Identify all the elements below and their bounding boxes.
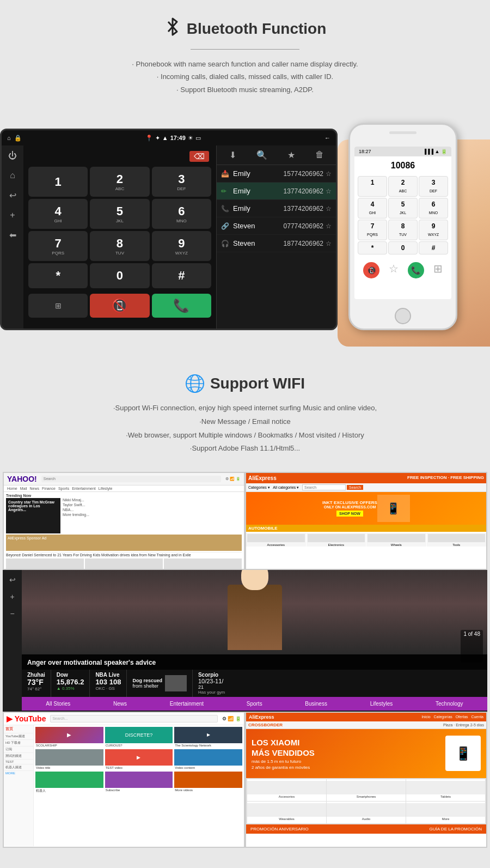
ali-search-input[interactable] <box>302 484 346 490</box>
ali-search-button[interactable]: Search <box>347 485 363 490</box>
ali-shop-button[interactable]: SHOP NOW <box>336 511 363 517</box>
dial-7[interactable]: 7PQRS <box>28 231 88 261</box>
location-icon: 📍 <box>145 135 153 142</box>
ali-products-grid: Accesorios Smartphones Tablets Wearables… <box>246 778 486 824</box>
voldn-video-icon[interactable]: − <box>10 609 14 618</box>
home-nav-icon[interactable]: ⌂ <box>10 171 15 180</box>
contact-icon-4: 🔗 <box>221 222 230 230</box>
back-video-icon[interactable]: ↩ <box>9 575 16 584</box>
volup-video-icon[interactable]: + <box>10 592 14 601</box>
ali-product-2[interactable]: Smartphones <box>327 779 406 801</box>
wifi-logo-icon <box>185 374 205 393</box>
center-news-video: ↩ + − <box>3 570 487 712</box>
yt-video-1[interactable]: ▶ SCOLARSHIP <box>35 727 103 748</box>
dial-0[interactable]: 0 <box>90 263 149 288</box>
yahoo-logo: YAHOO! <box>7 475 37 483</box>
contact-icon-3: 📞 <box>221 205 230 213</box>
dialpad-area: ⌫ 1 2ABC 3DEF 4GHI 5JKL 6MNO 7PQRS 8TUV … <box>23 145 216 329</box>
yt-sidebar: 首页 YouTube频道 HD 下载者 订阅 测试的频道 TEST 机器人频道 … <box>4 725 34 846</box>
dial-2[interactable]: 2ABC <box>90 167 149 197</box>
dial-3[interactable]: 3DEF <box>152 167 211 197</box>
yt-video-3[interactable]: ▶ The Scientology Network <box>174 727 242 748</box>
phone-call-bar: 📵 ☆ 📞 ⊞ <box>354 258 451 283</box>
yt-video-6[interactable]: Video content <box>174 749 242 770</box>
end-call-button[interactable]: 📵 <box>90 294 149 318</box>
phone-ui-body: ⏻ ⌂ ↩ + ⬅ ⌫ 1 2ABC 3DEF 4GHI 5JKL 6MNO <box>2 145 336 329</box>
ali-header-top: AliExpress FREE INSPECTION · FREE SHIPPI… <box>246 473 486 483</box>
yt-video-8[interactable]: Subscribe <box>105 772 173 794</box>
cat-all[interactable]: All Stories <box>44 700 72 708</box>
contact-icon-1: 📥 <box>221 170 230 178</box>
vol-icon[interactable]: + <box>10 210 15 220</box>
dial-5[interactable]: 5JKL <box>90 199 149 229</box>
dial-hash[interactable]: # <box>152 263 211 288</box>
car-unit-screen: ⌂ 🔒 📍 ✦ ▲ 17:49 ☀ ▭ ← ⏻ ⌂ ↩ + <box>0 129 338 330</box>
dial-1[interactable]: 1 <box>28 167 88 197</box>
contact-icon-5: 🎧 <box>221 240 230 247</box>
dial-star[interactable]: * <box>28 263 88 288</box>
bluetooth-header: Bluetooth Function <box>11 16 479 41</box>
power-icon[interactable]: ⏻ <box>8 151 17 161</box>
backspace-button[interactable]: ⌫ <box>189 151 209 162</box>
dial-9[interactable]: 9WXYZ <box>152 231 211 261</box>
cat-entertainment[interactable]: Entertainment <box>168 700 206 708</box>
yt-video-4[interactable]: Video title <box>35 749 103 770</box>
phone-sidebar: ⏻ ⌂ ↩ + ⬅ <box>2 145 23 329</box>
yt-video-2[interactable]: DISCRETE? CURIOUS? <box>105 727 173 748</box>
cat-sports[interactable]: Sports <box>244 700 265 708</box>
wifi-icon: ▲ <box>162 135 168 141</box>
dialpad-display: ⌫ <box>26 148 213 165</box>
wifi-header: Support WIFI <box>11 374 479 393</box>
mic-icon[interactable]: ⬅ <box>9 230 16 240</box>
ali-product-3[interactable]: Tablets <box>406 779 485 801</box>
mini-end-call: 📵 <box>363 262 379 278</box>
ali-main-banner: LOS XIAOMI MÁS VENDIDOS más de 1.5 m en … <box>246 729 486 778</box>
bottom-screenshots-row: ▶ YouTube Search... ⚙ 📶 🔋 首页 YouTube频道 H… <box>3 712 487 848</box>
back-nav-icon[interactable]: ↩ <box>9 190 16 201</box>
cat-technology[interactable]: Technology <box>433 700 465 708</box>
bt-icon: ✦ <box>155 135 160 142</box>
bluetooth-title: Bluetooth Function <box>187 20 327 38</box>
ali-banner-top: INKT EXCLUSIVE OFFERS ONLY ON ALIEXPRESS… <box>246 492 486 525</box>
bluetooth-divider <box>191 49 299 50</box>
video-sidebar-icons: ↩ + − <box>3 570 22 712</box>
yt-header: ▶ YouTube Search... ⚙ 📶 🔋 <box>4 713 244 725</box>
brightness-icon: ☀ <box>188 135 193 142</box>
ali-product-6[interactable]: More <box>406 802 485 823</box>
dial-6[interactable]: 6MNO <box>152 199 211 229</box>
cat-business[interactable]: Business <box>303 700 329 708</box>
yt-video-5[interactable]: ▶ TEST video <box>105 749 173 770</box>
download-icon[interactable]: ⬇ <box>229 150 236 160</box>
ali-product-5[interactable]: Audio <box>327 802 406 823</box>
ali-product-4[interactable]: Wearables <box>247 802 326 823</box>
car-unit-demo: ⌂ 🔒 📍 ✦ ▲ 17:49 ☀ ▭ ← ⏻ ⌂ ↩ + <box>0 118 490 347</box>
home-icon: ⌂ <box>7 135 11 141</box>
status-center: 📍 ✦ ▲ 17:49 ☀ ▭ <box>145 135 201 142</box>
wifi-section: Support WIFI ·Support Wi-Fi connection, … <box>0 357 490 466</box>
status-time: 17:49 <box>170 135 186 141</box>
cat-lifestyles[interactable]: Lifestyles <box>368 700 395 708</box>
youtube-screenshot: ▶ YouTube Search... ⚙ 📶 🔋 首页 YouTube频道 H… <box>3 712 245 848</box>
yt-video-9[interactable]: More videos <box>174 772 242 794</box>
dialpad-grid: 1 2ABC 3DEF 4GHI 5JKL 6MNO 7PQRS 8TUV 9W… <box>26 165 213 290</box>
ticker-bar: Zhuhai 73°F 74° 62° Dow 15,876.2 ▲ 0.35%… <box>22 670 487 697</box>
wifi-description: ·Support Wi-Fi connection, enjoy high sp… <box>11 402 479 456</box>
yt-logo: ▶ YouTube <box>7 714 46 723</box>
status-bar: ⌂ 🔒 📍 ✦ ▲ 17:49 ☀ ▭ ← <box>2 130 336 145</box>
phone-screen-mini: 18:27 ▐▐▐ ▲ 🔋 10086 12ABC3DEF 4GHI5JKL6M… <box>354 147 451 299</box>
icon-a: ⊞ <box>28 294 88 318</box>
ali-product-1[interactable]: Accesorios <box>247 779 326 801</box>
dial-4[interactable]: 4GHI <box>28 199 88 229</box>
search-contacts-icon[interactable]: 🔍 <box>256 150 267 160</box>
cat-news[interactable]: News <box>111 700 129 708</box>
lock-icon: 🔒 <box>14 135 22 142</box>
yt-video-7[interactable]: 机器人 <box>35 772 103 794</box>
call-button[interactable]: 📞 <box>152 294 211 318</box>
bluetooth-section: Bluetooth Function · Phonebook with name… <box>0 0 490 107</box>
browser-screenshots-container: YAHOO! Search ⚙ 📶 🔋 HomeMailNewsFinanceS… <box>0 466 490 853</box>
aliexpress-bottom-screenshot: AliExpress Inicio Categorías Ofertas Cue… <box>245 712 487 848</box>
news-title: Anger over motivational speaker's advice <box>27 659 156 666</box>
dial-8[interactable]: 8TUV <box>90 231 149 261</box>
video-page-number: 1 of 48 <box>461 630 483 663</box>
mini-dialpad: 12ABC3DEF 4GHI5JKL6MNO 7PQRS8TUV9WXYZ *0… <box>354 175 451 256</box>
